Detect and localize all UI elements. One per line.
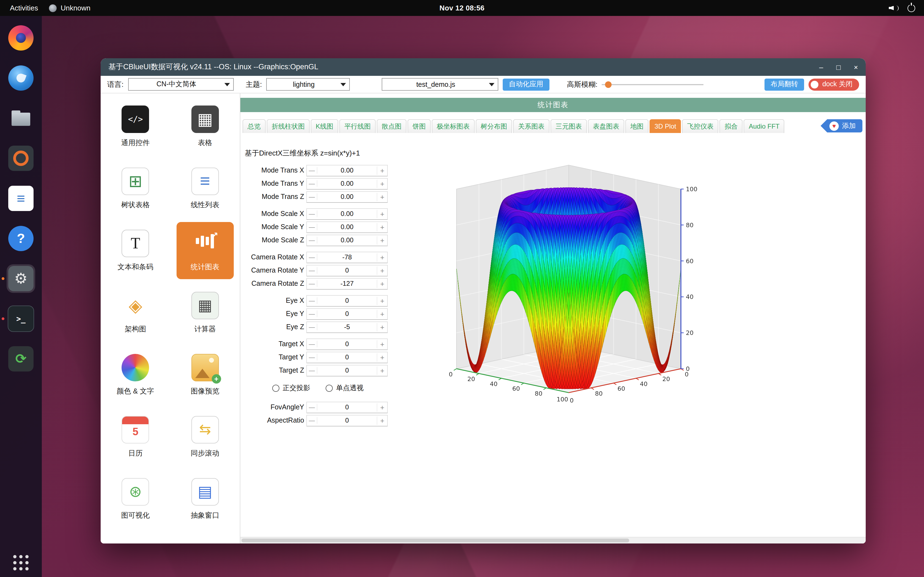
- increment-button[interactable]: +: [377, 253, 387, 261]
- sidebar-item-calculator[interactable]: ▦计算器: [176, 284, 234, 341]
- mode-trans-x-spinner[interactable]: —0.00+: [306, 164, 388, 176]
- sidebar-item-general-widgets[interactable]: </>通用控件: [107, 98, 164, 155]
- layout-flip-button[interactable]: 布局翻转: [764, 78, 804, 90]
- decrement-button[interactable]: —: [307, 254, 317, 261]
- tab-极坐标图表[interactable]: 极坐标图表: [432, 119, 475, 133]
- increment-button[interactable]: +: [377, 323, 387, 331]
- scrollbar-thumb[interactable]: [241, 538, 629, 542]
- decrement-button[interactable]: —: [307, 280, 317, 287]
- sidebar-item-image-preview[interactable]: +图像预览: [176, 346, 234, 403]
- increment-button[interactable]: +: [377, 266, 387, 274]
- tab-散点图[interactable]: 散点图: [377, 119, 407, 133]
- decrement-button[interactable]: —: [307, 267, 317, 274]
- decrement-button[interactable]: —: [307, 311, 317, 317]
- decrement-button[interactable]: —: [307, 341, 317, 347]
- eye-z-spinner[interactable]: —-5+: [306, 321, 388, 333]
- camera-rotate-x-spinner[interactable]: —-78+: [306, 251, 388, 263]
- target-x-spinner[interactable]: —0+: [306, 338, 388, 350]
- increment-button[interactable]: +: [377, 309, 387, 318]
- target-z-spinner[interactable]: —0+: [306, 364, 388, 376]
- sidebar-item-color-text[interactable]: 颜色 & 文字: [107, 346, 164, 403]
- decrement-button[interactable]: —: [307, 324, 317, 330]
- radio-单点透视[interactable]: 单点透视: [326, 384, 363, 393]
- decrement-button[interactable]: —: [307, 193, 317, 200]
- tab-audio-fft[interactable]: Audio FFT: [744, 119, 785, 133]
- mode-scale-y-spinner[interactable]: —0.00+: [306, 221, 388, 233]
- sidebar-item-abstract-window[interactable]: ▤抽象窗口: [176, 471, 234, 527]
- sidebar-item-calendar[interactable]: 5日历: [107, 408, 164, 466]
- tab-地图[interactable]: 地图: [625, 119, 648, 133]
- radio-正交投影[interactable]: 正交投影: [272, 384, 310, 393]
- auto-apply-button[interactable]: 自动化应用: [503, 78, 549, 90]
- increment-button[interactable]: +: [377, 179, 387, 188]
- activities-button[interactable]: Activities: [10, 4, 38, 12]
- increment-button[interactable]: +: [377, 403, 387, 411]
- sidebar-item-table[interactable]: ▦表格: [176, 98, 234, 155]
- tab-饼图[interactable]: 饼图: [407, 119, 431, 133]
- sidebar-item-partial[interactable]: [⋯]: [107, 532, 164, 543]
- close-button[interactable]: ×: [854, 63, 858, 71]
- decrement-button[interactable]: —: [307, 167, 317, 174]
- blur-slider[interactable]: [602, 81, 704, 88]
- slider-thumb[interactable]: [605, 81, 612, 88]
- increment-button[interactable]: +: [377, 353, 387, 361]
- plot-3d[interactable]: [416, 142, 746, 427]
- tab-折线柱状图[interactable]: 折线柱状图: [267, 119, 310, 133]
- aspectratio-spinner[interactable]: —0+: [306, 414, 388, 426]
- horizontal-scrollbar[interactable]: [240, 537, 866, 543]
- increment-button[interactable]: +: [377, 366, 387, 374]
- decrement-button[interactable]: —: [307, 237, 317, 243]
- language-dropdown[interactable]: CN-中文简体: [128, 78, 233, 91]
- mode-trans-y-spinner[interactable]: —0.00+: [306, 178, 388, 189]
- decrement-button[interactable]: —: [307, 224, 317, 230]
- dock-item-settings[interactable]: [6, 264, 35, 293]
- power-icon[interactable]: [908, 4, 915, 12]
- focused-app-indicator[interactable]: Unknown: [49, 4, 90, 12]
- sidebar-item-graph-viz[interactable]: ⊛图可视化: [107, 471, 164, 527]
- increment-button[interactable]: +: [377, 193, 387, 201]
- window-titlebar[interactable]: 基于CBlueUI数据可视化 v24.11 --OS: Linux --Grap…: [101, 58, 866, 76]
- increment-button[interactable]: +: [377, 236, 387, 244]
- target-y-spinner[interactable]: —0+: [306, 351, 388, 363]
- mode-scale-x-spinner[interactable]: —0.00+: [306, 208, 388, 219]
- camera-rotate-z-spinner[interactable]: —-127+: [306, 278, 388, 289]
- decrement-button[interactable]: —: [307, 404, 317, 411]
- eye-x-spinner[interactable]: —0+: [306, 295, 388, 306]
- sidebar-item-text-barcode[interactable]: T文本和条码: [107, 222, 164, 279]
- sidebar-item-tree-table[interactable]: ⊞树状表格: [107, 160, 164, 217]
- tab-3d-plot[interactable]: 3D Plot: [649, 119, 681, 133]
- increment-button[interactable]: +: [377, 340, 387, 348]
- increment-button[interactable]: +: [377, 166, 387, 174]
- increment-button[interactable]: +: [377, 416, 387, 424]
- sidebar-item-architecture[interactable]: ◈架构图: [107, 284, 164, 341]
- increment-button[interactable]: +: [377, 279, 387, 288]
- add-tab-button[interactable]: ♥ 添加: [821, 119, 863, 132]
- tab-关系图表[interactable]: 关系图表: [513, 119, 549, 133]
- sidebar-item-charts[interactable]: ↗统计图表: [176, 222, 234, 279]
- tab-k线图[interactable]: K线图: [311, 119, 338, 133]
- surface-plot-canvas[interactable]: [416, 142, 746, 427]
- increment-button[interactable]: +: [377, 210, 387, 218]
- decrement-button[interactable]: —: [307, 180, 317, 187]
- tab-三元图表[interactable]: 三元图表: [551, 119, 587, 133]
- decrement-button[interactable]: —: [307, 297, 317, 304]
- dock-item-files[interactable]: [6, 104, 35, 132]
- dock-item-terminal[interactable]: [6, 305, 35, 333]
- decrement-button[interactable]: —: [307, 354, 317, 361]
- show-apps-button[interactable]: [13, 555, 29, 571]
- dock-item-thunderbird[interactable]: [6, 64, 35, 92]
- minimize-button[interactable]: –: [819, 63, 823, 71]
- increment-button[interactable]: +: [377, 297, 387, 305]
- tab-总览[interactable]: 总览: [242, 119, 266, 133]
- tab-表盘图表[interactable]: 表盘图表: [588, 119, 624, 133]
- dock-item-libreoffice-writer[interactable]: [6, 184, 35, 213]
- tab-拟合[interactable]: 拟合: [720, 119, 743, 133]
- dock-item-rhythmbox[interactable]: [6, 144, 35, 172]
- decrement-button[interactable]: —: [307, 417, 317, 424]
- dock-item-help[interactable]: [6, 224, 35, 253]
- dock-toggle[interactable]: dock 关闭: [809, 78, 859, 90]
- increment-button[interactable]: +: [377, 223, 387, 231]
- mode-trans-z-spinner[interactable]: —0.00+: [306, 191, 388, 203]
- fovangley-spinner[interactable]: —0+: [306, 401, 388, 413]
- dock-item-firefox[interactable]: [6, 24, 35, 52]
